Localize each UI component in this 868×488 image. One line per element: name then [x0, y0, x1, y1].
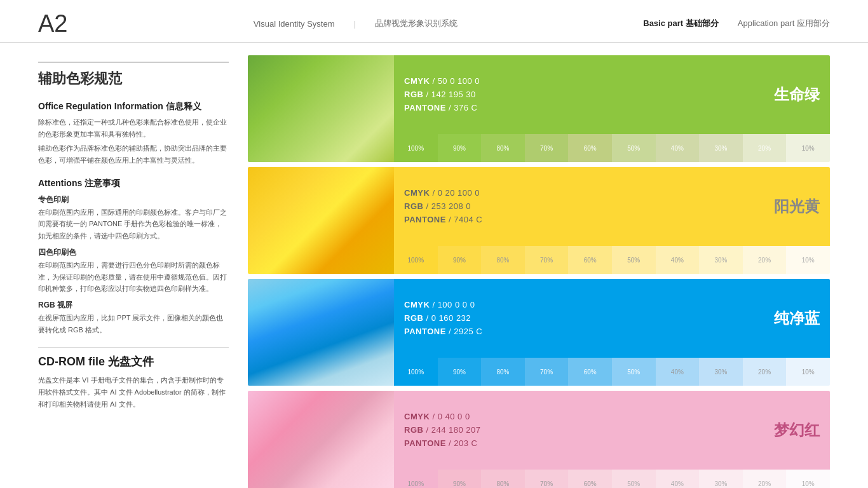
- color-name-pink: 梦幻红: [774, 420, 820, 440]
- color-specs-blue: 纯净蓝 CMYK / 100 0 0 0 RGB / 0 160 232 PAN…: [394, 279, 830, 358]
- spec-rgb-green: RGB / 142 195 30: [404, 90, 820, 99]
- section1-text2: 辅助色彩作为品牌标准色彩的辅助搭配，协助突出品牌的主要色彩，可增强平铺在颜色应用…: [38, 142, 229, 166]
- nav-basic[interactable]: Basic part 基础部分: [643, 18, 719, 29]
- swatch-blue-100: 100%: [394, 358, 438, 386]
- color-name-blue: 纯净蓝: [774, 308, 820, 329]
- swatch-pink-10: 10%: [786, 470, 830, 488]
- nav-application[interactable]: Application part 应用部分: [738, 18, 830, 29]
- page-id: A2: [38, 11, 67, 36]
- swatch-yellow-20: 20%: [743, 246, 787, 274]
- header-nav: Basic part 基础部分 Application part 应用部分: [643, 18, 830, 29]
- swatch-green-50: 50%: [612, 134, 656, 162]
- swatch-blue-30: 30%: [699, 358, 743, 386]
- swatches-pink: 100% 90% 80% 70% 60% 50% 40% 30% 20% 10%: [394, 470, 830, 488]
- swatch-pink-60: 60%: [568, 470, 612, 488]
- cdrom-section: CD-ROM file 光盘文件 光盘文件是本 VI 手册电子文件的集合，内含手…: [38, 347, 229, 410]
- swatch-pink-40: 40%: [656, 470, 700, 488]
- swatch-green-90: 90%: [438, 134, 482, 162]
- swatches-yellow: 100% 90% 80% 70% 60% 50% 40% 30% 20% 10%: [394, 246, 830, 274]
- swatch-pink-90: 90%: [438, 470, 482, 488]
- cdrom-title: CD-ROM file 光盘文件: [38, 347, 229, 369]
- swatch-yellow-50: 50%: [612, 246, 656, 274]
- swatch-green-70: 70%: [525, 134, 569, 162]
- section2-heading: Attentions 注意事项: [38, 178, 229, 189]
- swatch-pink-50: 50%: [612, 470, 656, 488]
- swatch-green-80: 80%: [481, 134, 525, 162]
- sub3-text: 在视屏范围内应用，比如 PPT 展示文件，图像相关的颜色也要转化成 RGB 格式…: [38, 312, 229, 336]
- color-image-blue: [248, 279, 394, 386]
- sidebar-title: 辅助色彩规范: [38, 62, 229, 88]
- color-block-green: 生命绿 CMYK / 50 0 100 0 RGB / 142 195 30 P…: [248, 55, 830, 162]
- spec-rgb-blue: RGB / 0 160 232: [404, 313, 820, 323]
- color-info-blue: 纯净蓝 CMYK / 100 0 0 0 RGB / 0 160 232 PAN…: [394, 279, 830, 386]
- color-specs-yellow: 阳光黄 CMYK / 0 20 100 0 RGB / 253 208 0 PA…: [394, 167, 830, 246]
- swatch-yellow-60: 60%: [568, 246, 612, 274]
- color-block-yellow: 阳光黄 CMYK / 0 20 100 0 RGB / 253 208 0 PA…: [248, 167, 830, 274]
- header-left: A2: [38, 11, 67, 36]
- color-block-blue: 纯净蓝 CMYK / 100 0 0 0 RGB / 0 160 232 PAN…: [248, 279, 830, 386]
- header-center: Visual Identity System | 品牌视觉形象识别系统: [254, 18, 458, 29]
- swatch-blue-80: 80%: [481, 358, 525, 386]
- color-specs-green: 生命绿 CMYK / 50 0 100 0 RGB / 142 195 30 P…: [394, 55, 830, 134]
- swatch-pink-20: 20%: [743, 470, 787, 488]
- section1-heading: Office Regulation Information 信息释义: [38, 101, 229, 112]
- sub1-heading: 专色印刷: [38, 194, 229, 205]
- color-image-green: [248, 55, 394, 162]
- section1-text1: 除标准色，还指定一种或几种色彩来配合标准色使用，使企业的色彩形象更加丰富和具有独…: [38, 116, 229, 140]
- swatch-yellow-80: 80%: [481, 246, 525, 274]
- swatch-pink-80: 80%: [481, 470, 525, 488]
- swatch-blue-20: 20%: [743, 358, 787, 386]
- spec-cmyk-pink: CMYK / 0 40 0 0: [404, 412, 820, 421]
- swatch-yellow-10: 10%: [786, 246, 830, 274]
- swatch-green-20: 20%: [743, 134, 787, 162]
- swatch-blue-60: 60%: [568, 358, 612, 386]
- swatch-blue-40: 40%: [656, 358, 700, 386]
- swatch-green-30: 30%: [699, 134, 743, 162]
- spec-rgb-yellow: RGB / 253 208 0: [404, 201, 820, 211]
- color-info-pink: 梦幻红 CMYK / 0 40 0 0 RGB / 244 180 207 PA…: [394, 391, 830, 488]
- sub1-text: 在印刷范围内应用，国际通用的印刷颜色标准。客户与印厂之间需要有统一的 PANTO…: [38, 207, 229, 242]
- swatch-yellow-90: 90%: [438, 246, 482, 274]
- colors-panel: 生命绿 CMYK / 50 0 100 0 RGB / 142 195 30 P…: [248, 55, 830, 488]
- color-info-yellow: 阳光黄 CMYK / 0 20 100 0 RGB / 253 208 0 PA…: [394, 167, 830, 274]
- spec-pantone-green: PANTONE / 376 C: [404, 103, 820, 112]
- color-name-green: 生命绿: [774, 85, 820, 105]
- swatch-yellow-30: 30%: [699, 246, 743, 274]
- spec-cmyk-yellow: CMYK / 0 20 100 0: [404, 188, 820, 198]
- color-image-pink: [248, 391, 394, 488]
- color-image-yellow: [248, 167, 394, 274]
- color-info-green: 生命绿 CMYK / 50 0 100 0 RGB / 142 195 30 P…: [394, 55, 830, 162]
- header: A2 Visual Identity System | 品牌视觉形象识别系统 B…: [0, 0, 868, 43]
- swatch-yellow-100: 100%: [394, 246, 438, 274]
- swatch-pink-30: 30%: [699, 470, 743, 488]
- spec-cmyk-green: CMYK / 50 0 100 0: [404, 76, 820, 86]
- sub2-text: 在印刷范围内应用，需要进行四色分色印刷时所需的颜色标准，为保证印刷的色彩质量，请…: [38, 259, 229, 295]
- swatch-pink-70: 70%: [525, 470, 569, 488]
- swatch-green-40: 40%: [656, 134, 700, 162]
- swatch-green-60: 60%: [568, 134, 612, 162]
- sub3-heading: RGB 视屏: [38, 300, 229, 311]
- sub2-heading: 四色印刷色: [38, 247, 229, 258]
- vis-cn: 品牌视觉形象识别系统: [375, 18, 458, 29]
- color-specs-pink: 梦幻红 CMYK / 0 40 0 0 RGB / 244 180 207 PA…: [394, 391, 830, 470]
- spec-rgb-pink: RGB / 244 180 207: [404, 425, 820, 435]
- swatch-blue-50: 50%: [612, 358, 656, 386]
- spec-pantone-blue: PANTONE / 2925 C: [404, 327, 820, 336]
- spec-pantone-pink: PANTONE / 203 C: [404, 438, 820, 448]
- swatch-blue-70: 70%: [525, 358, 569, 386]
- swatch-yellow-40: 40%: [656, 246, 700, 274]
- swatch-blue-90: 90%: [438, 358, 482, 386]
- swatch-yellow-70: 70%: [525, 246, 569, 274]
- color-block-pink: 梦幻红 CMYK / 0 40 0 0 RGB / 244 180 207 PA…: [248, 391, 830, 488]
- spec-pantone-yellow: PANTONE / 7404 C: [404, 215, 820, 224]
- swatch-pink-100: 100%: [394, 470, 438, 488]
- vis-en: Visual Identity System: [254, 19, 335, 29]
- swatch-green-10: 10%: [786, 134, 830, 162]
- cdrom-text: 光盘文件是本 VI 手册电子文件的集合，内含手册制作时的专用软件格式文件。其中 …: [38, 374, 229, 410]
- swatch-blue-10: 10%: [786, 358, 830, 386]
- color-name-yellow: 阳光黄: [774, 196, 820, 217]
- swatches-blue: 100% 90% 80% 70% 60% 50% 40% 30% 20% 10%: [394, 358, 830, 386]
- header-divider: |: [354, 19, 356, 29]
- main-content: 辅助色彩规范 Office Regulation Information 信息释…: [0, 43, 868, 488]
- sidebar: 辅助色彩规范 Office Regulation Information 信息释…: [38, 55, 229, 488]
